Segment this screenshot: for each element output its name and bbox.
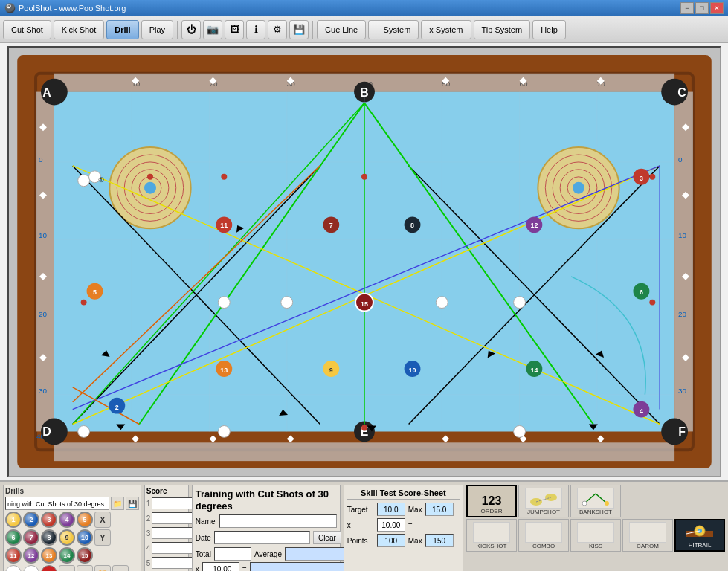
- nd-clear-button[interactable]: Clear: [313, 531, 341, 544]
- nd-date-field[interactable]: [214, 531, 310, 544]
- help-button[interactable]: Help: [532, 20, 566, 39]
- ball-1-btn[interactable]: 1: [5, 512, 22, 528]
- pool-table-svg[interactable]: 0 10 20 30 40 50 60 70 80 0 10 20 30 40 …: [9, 48, 720, 476]
- order-shot-btn[interactable]: 123 ORDER: [466, 485, 517, 517]
- skill-eq: =: [408, 521, 413, 529]
- svg-text:10: 10: [678, 231, 687, 239]
- ball-x-btn[interactable]: X: [94, 512, 111, 528]
- svg-text:20: 20: [39, 310, 48, 318]
- bottom-panel: Drills ning with Cut Shots of 30 degres …: [0, 480, 728, 571]
- skill-x-field[interactable]: [377, 518, 405, 532]
- svg-text:2: 2: [115, 404, 118, 411]
- skill-points-max-label: Max: [408, 537, 422, 545]
- ball-14-btn[interactable]: 14: [59, 547, 75, 564]
- ball-10-btn[interactable]: 10: [77, 529, 93, 546]
- ball-4-btn[interactable]: 4: [59, 512, 75, 528]
- ball-11-btn[interactable]: 11: [5, 547, 22, 564]
- ball-y-btn[interactable]: Y: [94, 529, 111, 546]
- nd-total-field[interactable]: [214, 547, 251, 561]
- shot-row-1: 123 ORDER JUMPSHOT: [466, 485, 725, 517]
- maximize-button[interactable]: □: [695, 2, 709, 14]
- settings-icon-button[interactable]: ⚙: [268, 20, 287, 39]
- color-grid-btn[interactable]: ▦: [112, 565, 129, 571]
- score-row-5: 5: [146, 556, 187, 570]
- shot-types-container: 123 ORDER JUMPSHOT: [466, 485, 725, 571]
- ball-6-btn[interactable]: 6: [5, 529, 22, 546]
- nd-avg-label: Average: [254, 550, 282, 558]
- jumpshot-btn[interactable]: JUMPSHOT: [518, 485, 569, 517]
- ball-2-btn[interactable]: 2: [23, 512, 39, 528]
- svg-text:12: 12: [530, 222, 538, 229]
- play-button[interactable]: Play: [141, 20, 173, 39]
- nd-x-value[interactable]: [202, 562, 239, 571]
- toolbar: Cut Shot Kick Shot Drill Play ⏻ 📷 🖼 ℹ ⚙ …: [0, 16, 728, 43]
- close-button[interactable]: ✕: [710, 2, 724, 14]
- red-ball-btn[interactable]: [41, 565, 57, 571]
- kiss-btn[interactable]: KISS: [570, 519, 621, 552]
- kick-shot-button[interactable]: Kick Shot: [54, 20, 104, 39]
- svg-point-148: [649, 300, 655, 306]
- ball-9-btn[interactable]: 9: [59, 529, 75, 546]
- score-num-3: 3: [146, 529, 151, 538]
- skill-max-field[interactable]: [425, 503, 454, 516]
- kickshot-btn[interactable]: KICKSHOT: [466, 519, 517, 552]
- skill-points-field[interactable]: [377, 534, 405, 547]
- camera-icon-button[interactable]: 📷: [203, 20, 222, 39]
- cut-shot-button[interactable]: Cut Shot: [3, 20, 51, 39]
- drill-button[interactable]: Drill: [106, 20, 138, 39]
- drills-save-icon[interactable]: 💾: [126, 497, 139, 510]
- striped-ball-btn[interactable]: [23, 565, 39, 571]
- minimize-button[interactable]: −: [680, 2, 694, 14]
- svg-text:10: 10: [39, 231, 48, 239]
- svg-point-82: [573, 182, 584, 194]
- score-row-2: 2: [146, 512, 187, 525]
- combo-btn[interactable]: COMBO: [518, 519, 569, 552]
- ball-3-btn[interactable]: 3: [41, 512, 57, 528]
- bankshot-btn[interactable]: BANKSHOT: [570, 485, 621, 517]
- plus-system-button[interactable]: + System: [368, 20, 419, 39]
- svg-rect-4: [36, 92, 54, 432]
- photo-icon-button[interactable]: 🖼: [225, 20, 244, 39]
- score-num-4: 4: [146, 544, 151, 552]
- ball-7-btn[interactable]: 7: [23, 529, 39, 546]
- nd-name-field[interactable]: [219, 514, 337, 528]
- skill-target-field[interactable]: [377, 503, 405, 516]
- skill-points-max-field[interactable]: [425, 534, 454, 547]
- score-label: Score: [146, 487, 187, 495]
- tip-system-button[interactable]: Tip System: [474, 20, 531, 39]
- svg-text:30: 30: [39, 387, 48, 395]
- nd-result-field[interactable]: [250, 562, 346, 571]
- svg-text:7: 7: [329, 222, 332, 229]
- white-ball-btn[interactable]: [5, 565, 22, 571]
- score-num-5: 5: [146, 559, 151, 567]
- skill-title: Skill Test Score-Sheet: [347, 488, 460, 500]
- list-icon-btn[interactable]: ≡: [77, 565, 93, 571]
- hitrail-btn[interactable]: HITRAIL: [674, 519, 725, 552]
- save-icon-button[interactable]: 💾: [289, 20, 309, 39]
- svg-text:0: 0: [39, 155, 43, 164]
- nd-x-label: x: [196, 565, 199, 571]
- ball-15-btn[interactable]: 15: [77, 547, 93, 564]
- x-system-button[interactable]: x System: [421, 20, 471, 39]
- ball-13-btn[interactable]: 13: [41, 547, 57, 564]
- svg-point-141: [218, 425, 230, 437]
- ball-8-btn[interactable]: 8: [41, 529, 57, 546]
- cue-line-button[interactable]: Cue Line: [317, 20, 366, 39]
- arrow-btn[interactable]: ↩: [59, 565, 75, 571]
- score-num-2: 2: [146, 514, 151, 523]
- power-icon-button[interactable]: ⏻: [181, 20, 201, 39]
- info-icon-button[interactable]: ℹ: [246, 20, 265, 39]
- svg-point-146: [221, 174, 227, 180]
- toolbar-separator-1: [177, 21, 178, 39]
- folder-btn2[interactable]: 📁: [94, 565, 111, 571]
- svg-point-149: [361, 174, 367, 180]
- drills-folder-icon[interactable]: 📁: [111, 497, 124, 510]
- nd-date-label: Date: [196, 534, 211, 542]
- ball-12-btn[interactable]: 12: [23, 547, 39, 564]
- shot-row-2: KICKSHOT COMBO KISS CAROM: [466, 519, 725, 552]
- ball-5-btn[interactable]: 5: [77, 512, 93, 528]
- score-row-1: 1: [146, 497, 187, 510]
- drills-input-row: ning with Cut Shots of 30 degres 📁 💾: [5, 497, 139, 510]
- svg-text:30: 30: [678, 387, 687, 395]
- carom-btn[interactable]: CAROM: [622, 519, 673, 552]
